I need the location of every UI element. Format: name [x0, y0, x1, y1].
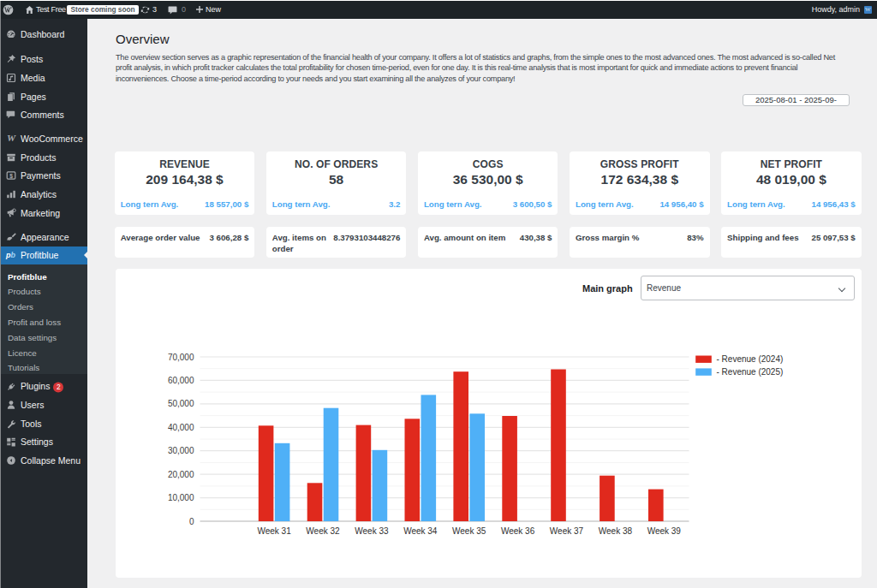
- svg-text:Week 35: Week 35: [452, 526, 486, 536]
- svg-text:W: W: [7, 134, 16, 143]
- svg-text:- Revenue (2024): - Revenue (2024): [716, 354, 783, 364]
- svg-text:Week 39: Week 39: [647, 526, 681, 536]
- svg-text:Week 37: Week 37: [549, 526, 583, 536]
- svg-text:Week 34: Week 34: [403, 526, 438, 536]
- svg-text:50,000: 50,000: [167, 399, 194, 408]
- svg-text:60,000: 60,000: [167, 376, 194, 385]
- svg-text:Week 31: Week 31: [257, 526, 291, 536]
- svg-text:20,000: 20,000: [167, 470, 194, 479]
- svg-text:0: 0: [188, 517, 194, 526]
- svg-text:- Revenue (2025): - Revenue (2025): [716, 367, 783, 377]
- svg-text:$: $: [9, 173, 13, 180]
- svg-text:Week 38: Week 38: [598, 526, 632, 536]
- svg-text:Week 32: Week 32: [306, 526, 340, 536]
- svg-text:40,000: 40,000: [167, 423, 194, 432]
- svg-text:Week 33: Week 33: [355, 526, 389, 536]
- svg-text:Week 36: Week 36: [500, 526, 534, 536]
- svg-text:10,000: 10,000: [167, 493, 194, 502]
- svg-text:70,000: 70,000: [167, 353, 194, 362]
- svg-text:30,000: 30,000: [167, 446, 194, 455]
